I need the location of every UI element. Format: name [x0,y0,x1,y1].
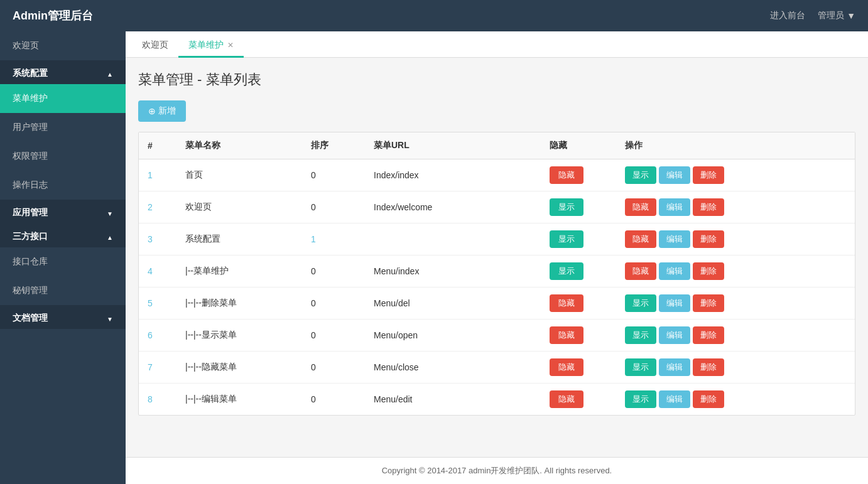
arrow-down-icon-docs [107,313,113,323]
delete-button[interactable]: 删除 [693,294,724,312]
table-row: 2欢迎页0Index/welcome显示隐藏编辑删除 [139,191,855,223]
sidebar-item-logs[interactable]: 操作日志 [0,171,126,200]
row-id-link[interactable]: 2 [148,202,153,212]
edit-button[interactable]: 编辑 [659,166,690,184]
page-title: 菜单管理 - 菜单列表 [138,70,855,89]
cell-action: 隐藏编辑删除 [616,223,855,255]
cell-action: 显示编辑删除 [616,384,855,416]
col-header-name: 菜单名称 [176,132,302,159]
cell-action: 显示编辑删除 [616,159,855,191]
cell-action: 显示编辑删除 [616,288,855,320]
tab-close-icon[interactable]: ✕ [227,41,234,50]
delete-button[interactable]: 删除 [693,326,724,344]
table-row: 7|--|--隐藏菜单0Menu/close隐藏显示编辑删除 [139,352,855,384]
sidebar-item-api-warehouse[interactable]: 接口仓库 [0,247,126,276]
cell-url: Menu/close [365,352,541,384]
edit-button[interactable]: 编辑 [659,198,690,216]
table-row: 5|--|--删除菜单0Menu/del隐藏显示编辑删除 [139,288,855,320]
cell-id: 3 [139,223,176,255]
cell-action: 显示编辑删除 [616,320,855,352]
cell-name: 首页 [176,159,302,191]
sidebar-item-welcome[interactable]: 欢迎页 [0,31,126,60]
user-menu[interactable]: 管理员 ▼ [818,10,855,21]
toggle-button[interactable]: 显示 [625,326,656,344]
footer: Copyright © 2014-2017 admin开发维护团队. All r… [126,457,868,484]
cell-name: |--菜单维护 [176,255,302,288]
status-badge[interactable]: 隐藏 [550,358,583,376]
status-badge[interactable]: 隐藏 [550,294,583,312]
sidebar-section-system[interactable]: 系统配置 [0,60,126,84]
toggle-button[interactable]: 显示 [625,390,656,408]
cell-id: 1 [139,159,176,191]
sidebar-section-api[interactable]: 三方接口 [0,223,126,247]
row-id-link[interactable]: 8 [148,394,153,404]
sidebar-section-app[interactable]: 应用管理 [0,200,126,223]
sidebar-item-permissions[interactable]: 权限管理 [0,142,126,171]
status-badge[interactable]: 显示 [550,230,583,248]
edit-button[interactable]: 编辑 [659,230,690,248]
toggle-button[interactable]: 隐藏 [625,230,656,248]
tab-menu[interactable]: 菜单维护 ✕ [178,35,244,58]
toggle-button[interactable]: 显示 [625,358,656,376]
sidebar-item-api-warehouse-label: 接口仓库 [13,256,48,267]
cell-name: |--|--编辑菜单 [176,384,302,416]
cell-url: Menu/open [365,320,541,352]
toggle-button[interactable]: 显示 [625,166,656,184]
cell-hidden: 隐藏 [541,288,616,320]
delete-button[interactable]: 删除 [693,166,724,184]
toggle-button[interactable]: 显示 [625,294,656,312]
sidebar-item-menu-label: 菜单维护 [13,93,48,104]
main: 欢迎页 菜单维护 ✕ 菜单管理 - 菜单列表 ⊕ 新增 # 菜单名称 [126,31,868,484]
row-id-link[interactable]: 6 [148,330,153,340]
sidebar-item-users-label: 用户管理 [13,122,48,133]
table-row: 3系统配置1显示隐藏编辑删除 [139,223,855,255]
cell-order: 0 [302,191,365,223]
status-badge[interactable]: 显示 [550,262,583,280]
menu-table-container: # 菜单名称 排序 菜单URL 隐藏 操作 1首页0Index/index隐藏显… [138,132,855,416]
sidebar-item-logs-label: 操作日志 [13,180,48,191]
status-badge[interactable]: 隐藏 [550,326,583,344]
edit-button[interactable]: 编辑 [659,326,690,344]
toggle-button[interactable]: 隐藏 [625,198,656,216]
cell-url [365,223,541,255]
col-header-url: 菜单URL [365,132,541,159]
delete-button[interactable]: 删除 [693,262,724,280]
row-id-link[interactable]: 3 [148,234,153,244]
row-order-link[interactable]: 1 [311,234,316,244]
edit-button[interactable]: 编辑 [659,294,690,312]
row-id-link[interactable]: 4 [148,266,153,276]
cell-order: 0 [302,255,365,288]
add-button[interactable]: ⊕ 新增 [138,100,186,122]
site-title: Admin管理后台 [13,8,93,23]
sidebar: 欢迎页 系统配置 菜单维护 用户管理 权限管理 操作日志 应用管理 三方接口 [0,31,126,484]
delete-button[interactable]: 删除 [693,230,724,248]
edit-button[interactable]: 编辑 [659,390,690,408]
tab-welcome[interactable]: 欢迎页 [132,35,178,58]
status-badge[interactable]: 显示 [550,198,583,216]
row-id-link[interactable]: 5 [148,298,153,308]
edit-button[interactable]: 编辑 [659,358,690,376]
status-badge[interactable]: 隐藏 [550,166,583,184]
cell-action: 隐藏编辑删除 [616,255,855,288]
toggle-button[interactable]: 隐藏 [625,262,656,280]
cell-hidden: 隐藏 [541,384,616,416]
sidebar-item-users[interactable]: 用户管理 [0,113,126,142]
sidebar-item-menu[interactable]: 菜单维护 [0,84,126,113]
sidebar-item-secret[interactable]: 秘钥管理 [0,276,126,305]
cell-name: 欢迎页 [176,191,302,223]
delete-button[interactable]: 删除 [693,358,724,376]
row-id-link[interactable]: 7 [148,362,153,372]
edit-button[interactable]: 编辑 [659,262,690,280]
delete-button[interactable]: 删除 [693,198,724,216]
cell-action: 显示编辑删除 [616,352,855,384]
status-badge[interactable]: 隐藏 [550,390,583,408]
row-id-link[interactable]: 1 [148,170,153,180]
frontend-link[interactable]: 进入前台 [770,10,805,21]
sidebar-item-welcome-label: 欢迎页 [13,40,39,51]
cell-url: Index/welcome [365,191,541,223]
cell-name: |--|--隐藏菜单 [176,352,302,384]
delete-button[interactable]: 删除 [693,390,724,408]
sidebar-section-docs[interactable]: 文档管理 [0,305,126,329]
cell-order: 0 [302,288,365,320]
cell-name: |--|--删除菜单 [176,288,302,320]
